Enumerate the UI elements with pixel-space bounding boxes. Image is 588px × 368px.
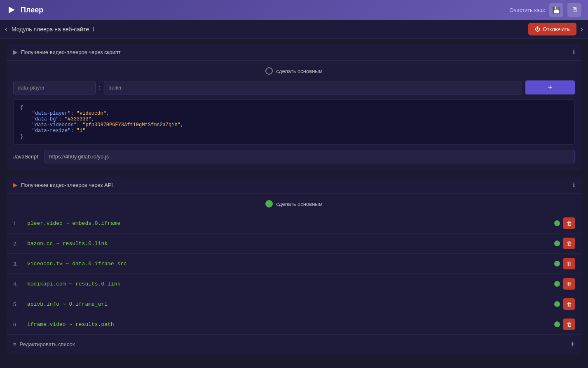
nav-info-icon[interactable]: ℹ (92, 26, 94, 33)
list-num-2: 2. (13, 241, 23, 247)
list-link-1: pleer.video ~ embeds.0.iframe (27, 220, 550, 226)
delete-btn-1[interactable]: 🗑 (563, 217, 575, 229)
status-dot-4 (554, 281, 560, 287)
api-info-icon[interactable]: ℹ (573, 182, 575, 188)
edit-list-row: ≡ Редактировать список + (7, 335, 581, 354)
add-script-button[interactable]: + (525, 80, 575, 94)
status-dot-5 (554, 301, 560, 307)
list-actions-6: 🗑 (554, 318, 575, 330)
app-title: Плеер (21, 6, 43, 14)
list-link-3: videocdn.tv ~ data.0.iframe_src (27, 261, 550, 267)
list-link-6: iframe.video ~ results.path (27, 321, 550, 328)
api-section: ▶ Получение видео-плееров через API ℹ сд… (7, 177, 581, 354)
list-num-6: 6. (13, 321, 23, 328)
status-dot-3 (554, 261, 560, 267)
list-link-4: kodikapi.com ~ results.0.link (27, 281, 550, 287)
script-toggle-row: сделать основным (13, 67, 575, 75)
js-label: JavaScript: (13, 153, 40, 160)
separator: : (99, 84, 101, 91)
delete-btn-2[interactable]: 🗑 (563, 238, 575, 249)
status-dot-2 (554, 241, 560, 246)
script-section: ▶ Получение видео-плееров через скрипт ℹ… (7, 44, 581, 170)
script-info-icon[interactable]: ℹ (573, 49, 575, 55)
api-section-header: ▶ Получение видео-плееров через API ℹ (7, 177, 581, 193)
delete-btn-5[interactable]: 🗑 (563, 298, 575, 310)
api-toggle-row: сделать основным (7, 200, 581, 208)
api-toggle-label: сделать основным (276, 201, 322, 207)
api-section-body: сделать основным 1. pleer.video ~ embeds… (7, 193, 581, 354)
header-right: Очистить кэш: 💾 🖥 (509, 3, 581, 17)
script-section-body: сделать основным : + { "data-player": "v… (7, 61, 581, 170)
nav-title: Модуль плеера на веб-сайте (12, 26, 89, 33)
edit-list-label[interactable]: Редактировать список (20, 341, 567, 347)
list-link-2: bazon.cc ~ results.0.link (27, 241, 550, 247)
script-section-title: Получение видео-плееров через скрипт (21, 49, 121, 55)
list-num-5: 5. (13, 301, 23, 307)
list-item: 5. apivb.info ~ 0.iframe_url 🗑 (7, 294, 581, 314)
list-icon: ≡ (13, 341, 16, 347)
code-block: { "data-player": "videocdn", "data-bg": … (13, 99, 575, 145)
app-header: Плеер Очистить кэш: 💾 🖥 (0, 0, 588, 20)
floppy-icon: 💾 (552, 6, 560, 14)
delete-btn-6[interactable]: 🗑 (563, 318, 575, 330)
status-dot-6 (554, 321, 560, 327)
api-list: 1. pleer.video ~ embeds.0.iframe 🗑 2. ba… (7, 213, 581, 335)
script-section-header: ▶ Получение видео-плееров через скрипт ℹ (7, 44, 581, 61)
list-actions-1: 🗑 (554, 217, 575, 229)
list-num-3: 3. (13, 261, 23, 267)
script-toggle-label: сделать основным (276, 68, 322, 74)
list-actions-3: 🗑 (554, 258, 575, 269)
svg-marker-0 (9, 7, 15, 13)
data-player-input[interactable] (13, 81, 96, 94)
list-num-4: 4. (13, 281, 23, 287)
power-icon: ⏻ (535, 26, 540, 32)
app-logo (7, 5, 16, 15)
list-num-1: 1. (13, 220, 23, 226)
list-item: 6. iframe.video ~ results.path 🗑 (7, 314, 581, 335)
js-row: JavaScript: (13, 150, 575, 163)
monitor-icon-button[interactable]: 🖥 (567, 3, 581, 17)
back-button[interactable]: ‹ (5, 25, 7, 33)
list-actions-5: 🗑 (554, 298, 575, 310)
script-input-row: : + (13, 80, 575, 94)
status-dot-1 (554, 220, 560, 226)
add-api-item-button[interactable]: + (570, 340, 575, 349)
clear-cache-button[interactable]: Очистить кэш: (509, 7, 545, 13)
api-toggle[interactable] (265, 200, 273, 208)
js-url-input[interactable] (45, 150, 575, 163)
monitor-icon: 🖥 (571, 6, 578, 14)
youtube-icon: ▶ (13, 182, 18, 188)
forward-button[interactable]: › (581, 25, 583, 33)
floppy-icon-button[interactable]: 💾 (549, 3, 563, 17)
api-section-title: Получение видео-плееров через API (21, 182, 113, 188)
list-item: 2. bazon.cc ~ results.0.link 🗑 (7, 234, 581, 254)
list-actions-2: 🗑 (554, 238, 575, 249)
list-link-5: apivb.info ~ 0.iframe_url (27, 301, 550, 307)
trailer-input[interactable] (104, 81, 522, 94)
main-content: ▶ Получение видео-плееров через скрипт ℹ… (0, 39, 588, 359)
list-actions-4: 🗑 (554, 278, 575, 290)
list-item: 1. pleer.video ~ embeds.0.iframe 🗑 (7, 213, 581, 234)
header-left: Плеер (7, 5, 43, 15)
list-item: 4. kodikapi.com ~ results.0.link 🗑 (7, 274, 581, 294)
navbar: ‹ Модуль плеера на веб-сайте ℹ ⏻ Отключи… (0, 20, 588, 39)
disable-button[interactable]: ⏻ Отключить (528, 23, 576, 35)
list-item: 3. videocdn.tv ~ data.0.iframe_src 🗑 (7, 254, 581, 274)
play-icon: ▶ (13, 49, 18, 55)
script-toggle[interactable] (265, 67, 273, 75)
delete-btn-4[interactable]: 🗑 (563, 278, 575, 290)
delete-btn-3[interactable]: 🗑 (563, 258, 575, 269)
